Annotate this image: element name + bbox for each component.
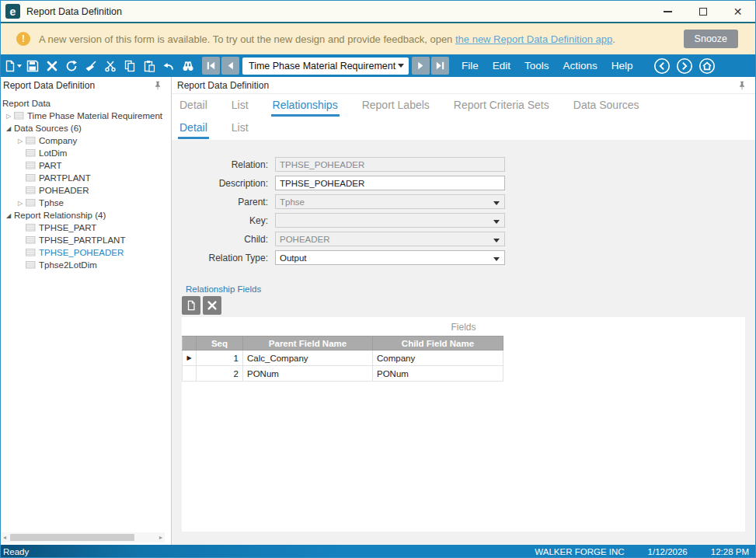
forward-button[interactable] [676,58,693,75]
scroll-left-icon[interactable]: ◂ [1,534,9,541]
column-header-parent-field-name[interactable]: Parent Field Name [243,337,373,350]
next-record-button[interactable] [412,57,430,75]
table-cell[interactable]: Calc_Company [243,350,373,366]
tree-item-time-phase-material-requirement[interactable]: ▷Time Phase Material Requirement [1,110,171,122]
table-cell[interactable]: Company [373,350,503,366]
table-row[interactable]: 2PONumPONum [183,366,503,382]
minimize-icon [664,11,672,12]
relation-type-label: Relation Type: [182,253,275,263]
tree-item-report-data[interactable]: Report Data [1,97,171,110]
field-value: POHEADER [280,235,330,244]
close-button[interactable]: ✕ [720,1,755,22]
subtab-list[interactable]: List [230,118,250,139]
toolbar-clear-button[interactable] [81,57,100,75]
tree-item-company[interactable]: ▷Company [1,134,171,147]
tree-item-tphse-partplant[interactable]: TPHSE_PARTPLANT [1,234,171,246]
snooze-button[interactable]: Snooze [684,30,738,48]
pin-icon[interactable] [737,80,747,91]
tree-item-label: Company [39,136,77,145]
form-row-child: Child:POHEADER [182,232,745,246]
form-row-relation: Relation:TPHSE_POHEADER [182,157,745,172]
row-selector-cell[interactable]: ▶ [183,350,197,366]
tree-item-partplant[interactable]: PARTPLANT [1,172,171,184]
toolbar-save-button[interactable] [23,57,42,75]
back-button[interactable] [653,58,671,75]
menu-tools[interactable]: Tools [524,60,549,71]
child-dropdown[interactable]: POHEADER [275,232,505,246]
toolbar-cut-button[interactable] [100,57,120,75]
tree-item-tphse2lotdim[interactable]: Tphse2LotDim [1,259,171,271]
chevron-down-icon [493,201,500,205]
delete-row-button[interactable] [203,296,221,315]
navigation-circles [653,58,721,75]
minimize-button[interactable] [650,1,685,22]
new-app-link[interactable]: the new Report Data Definition app [455,33,612,45]
parent-label: Parent: [182,197,275,208]
toolbar-search-button[interactable] [178,57,197,75]
table-cell[interactable]: PONum [373,366,503,382]
collapsed-expander-icon[interactable]: ▷ [15,200,26,207]
scroll-right-icon[interactable]: ▸ [157,534,165,541]
tab-list[interactable]: List [230,96,250,117]
tree-item-label: Time Phase Material Requirement [27,111,162,120]
tree-item-poheader[interactable]: POHEADER [1,184,171,197]
tree-item-tphse-part[interactable]: TPHSE_PART [1,221,171,234]
toolbar-new-record-button[interactable] [3,57,23,75]
tree-item-label: Report Relationship (4) [14,211,106,220]
table-doc-icon [26,236,39,244]
maximize-button[interactable] [685,1,720,22]
table-doc-icon [26,187,39,194]
collapsed-expander-icon[interactable]: ▷ [3,113,14,120]
tab-relationships[interactable]: Relationships [271,96,340,117]
pin-icon[interactable] [152,80,163,91]
table-row[interactable]: ▶1Calc_CompanyCompany [183,350,503,366]
tree-item-report-relationship-4[interactable]: ◢Report Relationship (4) [1,209,171,221]
horizontal-scrollbar[interactable]: ◂ ▸ [1,532,165,542]
status-text: Ready [3,547,29,556]
row-selector-cell[interactable] [183,366,197,382]
last-record-button[interactable] [431,57,449,75]
tab-report-labels[interactable]: Report Labels [361,96,431,117]
column-header-child-field-name[interactable]: Child Field Name [373,337,503,350]
expanded-expander-icon[interactable]: ◢ [3,125,14,132]
menu-edit[interactable]: Edit [493,60,510,71]
status-right: WALKER FORGE INC 1/12/2026 12:28 PM [511,547,749,556]
key-dropdown[interactable] [275,213,505,228]
table-cell[interactable]: PONum [243,366,373,382]
first-record-button[interactable] [202,57,220,75]
tree-item-tphse-poheader[interactable]: TPHSE_POHEADER [1,246,171,259]
menu-actions[interactable]: Actions [563,60,597,71]
toolbar-copy-button[interactable] [120,57,139,75]
home-button[interactable] [699,58,716,75]
table-cell[interactable]: 2 [197,366,243,382]
toolbar-refresh-button[interactable] [61,57,81,75]
relation-type-dropdown[interactable]: Output [275,250,505,265]
toolbar-undo-button[interactable] [159,57,178,75]
new-row-button[interactable] [182,296,200,315]
subtab-detail[interactable]: Detail [178,118,209,139]
tab-data-sources[interactable]: Data Sources [572,96,641,117]
tree-item-tphse[interactable]: ▷Tphse [1,197,171,209]
description-input[interactable]: TPHSE_POHEADER [275,176,505,190]
column-header-seq[interactable]: Seq [197,337,243,350]
parent-dropdown[interactable]: Tphse [275,194,505,209]
scrollbar-thumb[interactable] [10,534,134,541]
relationship-fields-toolbar [182,296,745,315]
record-selector-dropdown[interactable]: Time Phase Material Requirement [242,58,409,75]
toolbar-paste-button[interactable] [139,57,159,75]
tab-detail[interactable]: Detail [178,96,209,117]
fields-group-title: Fields [182,317,745,336]
tab-report-criteria-sets[interactable]: Report Criteria Sets [452,96,551,117]
menu-file[interactable]: File [462,60,479,71]
table-cell[interactable]: 1 [197,350,243,366]
tree-item-part[interactable]: PART [1,159,171,172]
toolbar-delete-button[interactable] [42,57,61,75]
relationship-fields-table: SeqParent Field NameChild Field Name▶1Ca… [182,336,503,382]
collapsed-expander-icon[interactable]: ▷ [15,138,26,145]
tree-item-data-sources-6[interactable]: ◢Data Sources (6) [1,122,171,134]
menu-help[interactable]: Help [611,60,633,71]
expanded-expander-icon[interactable]: ◢ [3,212,14,219]
previous-record-button[interactable] [221,57,239,75]
relation-input[interactable]: TPHSE_POHEADER [275,157,505,172]
tree-item-lotdim[interactable]: LotDim [1,147,171,159]
